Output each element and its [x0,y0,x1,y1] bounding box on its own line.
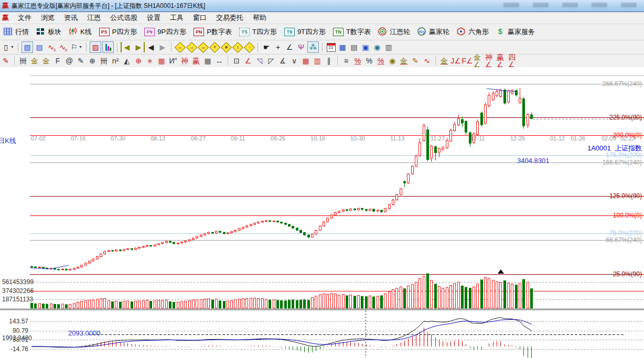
crosshair-button[interactable]: + [273,42,283,52]
sector-button[interactable]: 板块 [33,25,65,39]
kline-button[interactable]: K线 [65,25,95,39]
color-volume-button[interactable] [102,41,114,53]
red-grid2-tool[interactable]: ▥ [312,56,323,66]
menu-item-资讯[interactable]: 资讯 [59,13,82,23]
menu-item-交易委托[interactable]: 交易委托 [211,13,248,23]
gold-ruler-tool[interactable]: 金 [29,56,40,66]
gann-box-button[interactable]: Ψ [296,42,306,52]
grid-number-tool[interactable]: ▦ [202,56,213,66]
save-button[interactable]: ▣ [360,42,371,52]
winner-wheel-button[interactable]: Big赢家轮 [414,25,453,39]
wave3-button[interactable]: ∿3 [46,42,56,52]
first-page-button[interactable]: ◀ [121,42,132,52]
winner-service-button[interactable]: $赢家服务 [492,25,539,39]
diamond-updown-button[interactable]: ↕ [232,42,243,52]
span-measure-tool[interactable]: ↔ [214,56,224,66]
parallel-lines-tool[interactable]: ∥ [324,56,334,66]
menu-item-设置[interactable]: 设置 [142,13,165,23]
menu-item-浏览[interactable]: 浏览 [36,13,59,23]
hexagon-button[interactable]: 六角形 [453,25,492,39]
diamond-lr-button[interactable]: ↔ [198,42,208,52]
angle-lines-tool[interactable]: ∡ [277,56,288,66]
ying-angle-tool[interactable]: 赢∠ [497,56,507,66]
shen-ruler-tool[interactable]: 神 [179,56,190,66]
n-squared-tool[interactable]: n² [110,56,121,66]
angle-measure-button[interactable]: ∠ [284,42,295,52]
t-number-table-button[interactable]: TNT数字表 [329,25,374,39]
market-quotes-button[interactable]: 行情 [0,25,33,39]
menu-item-帮助[interactable]: 帮助 [248,13,271,23]
tick-ruler2-tool[interactable]: 卌 [99,56,109,66]
star-web-tool[interactable]: ∗ [145,56,155,66]
flag-tool-button[interactable]: ⚐▼ [69,42,79,52]
kline-style-button[interactable]: ▯▼ [1,42,11,52]
gold-ruler2-tool[interactable]: 金 [41,56,51,66]
pencil-tool[interactable]: ✎ [76,56,86,66]
f-ruler-tool[interactable]: F [52,56,63,66]
calculator-button[interactable]: ▦ [337,42,348,52]
kline-chart[interactable] [0,67,644,358]
menu-item-江恩[interactable]: 江恩 [82,13,105,23]
f-angle-tool[interactable]: F∠ [462,56,473,66]
prev-bar-button[interactable]: ◀ [146,42,156,52]
next-bar-button[interactable]: ▶ [157,42,168,52]
nine-t-square-button[interactable]: T99T四方形 [281,25,329,39]
menu-item-窗口[interactable]: 窗口 [188,13,211,23]
wave-tool[interactable]: ∿ [422,56,432,66]
percent-line-tool[interactable]: % [352,56,363,66]
menu-item-公式选股[interactable]: 公式选股 [105,13,142,23]
red-fan-tool[interactable]: ∠ [243,56,253,66]
percent-tool[interactable]: % [364,56,374,66]
dial-tool[interactable]: ⊕ [87,56,98,66]
j-angle-tool[interactable]: J∠ [450,56,461,66]
export-web-button[interactable]: ◉ [372,42,382,52]
red-grid-tool[interactable]: ▦ [300,56,311,66]
hand-tool-button[interactable]: ☛ [261,42,272,52]
memo-button[interactable]: ▤ [349,42,359,52]
triangle-flag-tool[interactable]: ◭ [122,56,132,66]
print-button[interactable]: ▥ [383,42,394,52]
fan-box2-tool[interactable]: ◸ [266,56,276,66]
smart-mode-button[interactable]: ⁂ [307,41,319,53]
p-square-button[interactable]: PSP四方形 [95,25,141,39]
price-table-tool[interactable]: ≡ [341,56,351,66]
v-lines-tool[interactable]: ∨ [289,56,299,66]
circle-cross-tool[interactable]: ⊕ [133,56,144,66]
box-frame-tool[interactable]: ⊡ [231,56,242,66]
ying-ruler-tool[interactable]: 赢 [191,56,201,66]
gold-angle-tool[interactable]: 金∠ [474,56,484,66]
p-number-table-button[interactable]: PNP数字表 [190,25,235,39]
nine-p-square-button[interactable]: P99P四方形 [141,25,190,39]
flag-pencil-tool[interactable]: ✎ [410,56,421,66]
si-angle-tool[interactable]: 四∠ [508,56,519,66]
diamond-expand-button[interactable]: ∗ [221,42,231,52]
brush-tool[interactable]: ✎ [1,56,11,66]
last-page-button[interactable]: ▶ [133,42,145,52]
quote-mark-tool[interactable]: И″ [168,56,178,66]
diamond-left-button[interactable]: ← [175,42,185,52]
menu-item-工具[interactable]: 工具 [165,13,188,23]
t-square-button[interactable]: TST四方形 [235,25,281,39]
shen-angle-tool[interactable]: 神∠ [485,56,496,66]
toolbar-separator [337,56,338,66]
region-select-button[interactable]: ▧ [22,41,33,53]
gold-underline-tool[interactable]: 金 [439,56,449,66]
title-bar[interactable]: 赢 赢家江恩专业版[赢家内部服务平台] - [上证指数 SH1A0001-167… [0,0,644,12]
info-note-button[interactable]: ▤ [34,42,45,52]
chart-area[interactable]: 日K线 1A0001 上证指数 1992.3400 2093.0000 3404… [0,67,644,358]
gold-level-tool[interactable]: 金 [399,56,409,66]
grid-web-tool[interactable]: ▦ [156,56,167,66]
percent-level-tool[interactable]: % [375,56,386,66]
spiral-tool[interactable]: @ [64,56,74,66]
gann-wheel-button[interactable]: 江恩轮 [374,25,414,39]
wave9-button[interactable]: ∿9 [57,42,68,52]
menu-item-文件[interactable]: 文件 [13,13,36,23]
diamond-right-button[interactable]: → [186,42,197,52]
gold-circle-tool[interactable]: ◉ [387,56,398,66]
diamond-center-button[interactable]: · [244,42,254,52]
diamond-compress-button[interactable]: + [209,42,220,52]
calendar-button[interactable]: 21 [326,42,336,52]
tick-ruler-tool[interactable]: 卌 [18,56,28,66]
fan-box-tool[interactable]: ◹ [254,56,265,66]
gann-figure-button[interactable]: ▨ [90,41,101,53]
